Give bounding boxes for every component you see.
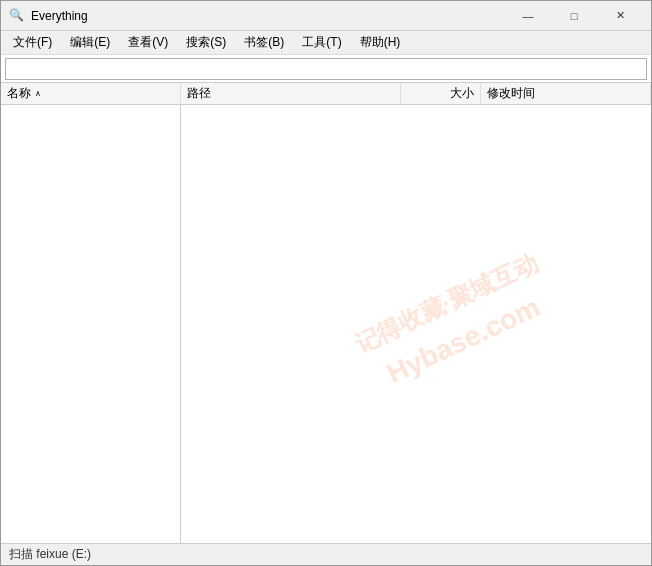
menu-bookmarks[interactable]: 书签(B): [236, 32, 292, 53]
detail-pane: 记得收藏·聚域互动 Hybase.com: [181, 105, 651, 543]
search-input[interactable]: [5, 58, 647, 80]
file-list-pane: [1, 105, 181, 543]
status-text: 扫描 feixue (E:): [9, 546, 91, 563]
menu-file[interactable]: 文件(F): [5, 32, 60, 53]
column-path-label: 路径: [187, 85, 211, 102]
column-headers: 名称 ∧ 路径 大小 修改时间: [1, 83, 651, 105]
sort-arrow-name: ∧: [35, 89, 41, 98]
content-area: 记得收藏·聚域互动 Hybase.com: [1, 105, 651, 543]
window-title: Everything: [31, 9, 505, 23]
menu-edit[interactable]: 编辑(E): [62, 32, 118, 53]
watermark-line2: Hybase.com: [364, 279, 563, 404]
close-button[interactable]: ✕: [597, 1, 643, 31]
minimize-button[interactable]: —: [505, 1, 551, 31]
menu-search[interactable]: 搜索(S): [178, 32, 234, 53]
column-header-size[interactable]: 大小: [401, 83, 481, 104]
watermark: 记得收藏·聚域互动 Hybase.com: [348, 244, 563, 403]
menu-bar: 文件(F) 编辑(E) 查看(V) 搜索(S) 书签(B) 工具(T) 帮助(H…: [1, 31, 651, 55]
menu-view[interactable]: 查看(V): [120, 32, 176, 53]
watermark-line1: 记得收藏·聚域互动: [348, 244, 544, 363]
main-window: 🔍 Everything — □ ✕ 文件(F) 编辑(E) 查看(V) 搜索(…: [0, 0, 652, 566]
column-size-label: 大小: [450, 85, 474, 102]
maximize-button[interactable]: □: [551, 1, 597, 31]
status-bar: 扫描 feixue (E:): [1, 543, 651, 565]
column-header-name[interactable]: 名称 ∧: [1, 83, 181, 104]
menu-tools[interactable]: 工具(T): [294, 32, 349, 53]
column-name-label: 名称: [7, 85, 31, 102]
column-header-path[interactable]: 路径: [181, 83, 401, 104]
column-modified-label: 修改时间: [487, 85, 535, 102]
title-bar: 🔍 Everything — □ ✕: [1, 1, 651, 31]
window-controls: — □ ✕: [505, 1, 643, 31]
column-header-modified[interactable]: 修改时间: [481, 83, 651, 104]
search-bar: [1, 55, 651, 83]
app-icon: 🔍: [9, 8, 25, 24]
menu-help[interactable]: 帮助(H): [352, 32, 409, 53]
